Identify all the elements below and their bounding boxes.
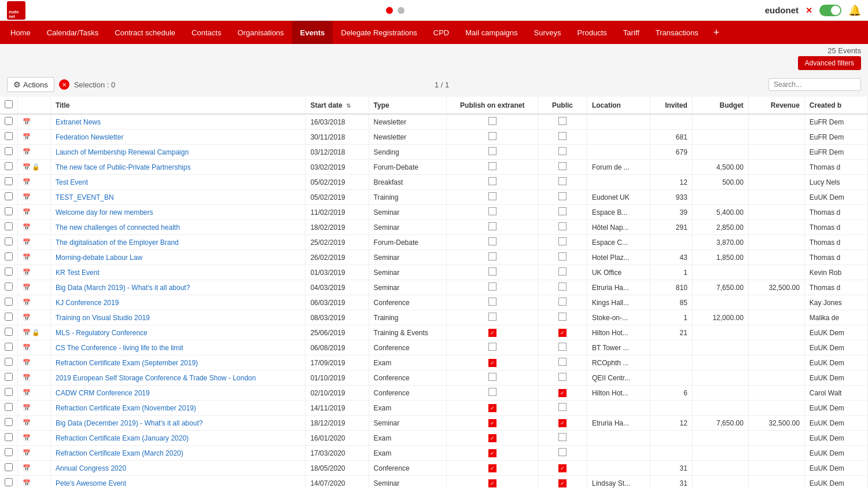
row-checkbox[interactable] — [5, 418, 13, 426]
nav-contacts[interactable]: Contacts — [183, 21, 229, 44]
nav-plus[interactable]: + — [707, 27, 727, 39]
row-checkbox-cell[interactable] — [0, 310, 18, 325]
nav-products[interactable]: Products — [569, 21, 615, 44]
event-title-link[interactable]: Refraction Certificate Exam (January 202… — [56, 434, 189, 442]
nav-events[interactable]: Events — [292, 21, 333, 44]
row-checkbox[interactable] — [5, 162, 13, 170]
calendar-icon[interactable]: 📅 — [23, 374, 31, 381]
row-checkbox-cell[interactable] — [0, 401, 18, 416]
lock-icon[interactable]: 🔒 — [32, 163, 40, 171]
col-public-header[interactable]: Public — [538, 97, 587, 114]
row-checkbox-cell[interactable] — [0, 130, 18, 145]
row-checkbox-cell[interactable] — [0, 250, 18, 265]
row-checkbox[interactable] — [5, 358, 13, 366]
row-checkbox-cell[interactable] — [0, 476, 18, 489]
calendar-icon[interactable]: 📅 — [23, 479, 31, 487]
event-title-link[interactable]: Refraction Certificate Exam (March 2020) — [56, 449, 183, 457]
row-checkbox[interactable] — [5, 403, 13, 411]
nav-transactions[interactable]: Transactions — [648, 21, 707, 44]
col-date-header[interactable]: Start date ⇅ — [306, 97, 369, 114]
nav-delegate[interactable]: Delegate Registrations — [333, 21, 425, 44]
nav-contract[interactable]: Contract schedule — [106, 21, 183, 44]
row-checkbox[interactable] — [5, 448, 13, 456]
row-checkbox-cell[interactable] — [0, 145, 18, 160]
row-checkbox-cell[interactable] — [0, 114, 18, 130]
row-checkbox[interactable] — [5, 177, 13, 185]
row-checkbox[interactable] — [5, 478, 13, 486]
row-checkbox[interactable] — [5, 463, 13, 471]
calendar-icon[interactable]: 📅 — [23, 239, 31, 246]
actions-button[interactable]: ⚙ Actions — [7, 77, 54, 92]
calendar-icon[interactable]: 📅 — [23, 404, 31, 412]
calendar-icon[interactable]: 📅 — [23, 434, 31, 442]
search-input[interactable] — [768, 78, 861, 91]
nav-organisations[interactable]: Organisations — [229, 21, 292, 44]
event-title-link[interactable]: KJ Conference 2019 — [56, 299, 119, 307]
event-title-link[interactable]: Big Data (March 2019) - What's it all ab… — [56, 284, 190, 292]
col-checkbox[interactable] — [0, 97, 18, 114]
col-revenue-header[interactable]: Revenue — [748, 97, 804, 114]
close-button[interactable]: ✕ — [806, 6, 812, 15]
row-checkbox-cell[interactable] — [0, 325, 18, 340]
event-title-link[interactable]: Pete's Awesome Event — [56, 479, 126, 487]
event-title-link[interactable]: 2019 European Self Storage Conference & … — [56, 374, 256, 382]
calendar-icon[interactable]: 📅 — [23, 389, 31, 397]
col-created-header[interactable]: Created b — [804, 97, 867, 114]
row-checkbox-cell[interactable] — [0, 431, 18, 446]
col-invited-header[interactable]: Invited — [650, 97, 693, 114]
calendar-icon[interactable]: 📅 — [23, 464, 31, 472]
calendar-icon[interactable]: 📅 — [23, 148, 31, 156]
row-checkbox[interactable] — [5, 192, 13, 200]
col-budget-header[interactable]: Budget — [692, 97, 748, 114]
row-checkbox[interactable] — [5, 313, 13, 321]
event-title-link[interactable]: Welcome day for new members — [56, 208, 153, 217]
calendar-icon[interactable]: 📅 — [23, 133, 31, 141]
row-checkbox[interactable] — [5, 147, 13, 155]
calendar-icon[interactable]: 📅 — [23, 223, 31, 231]
calendar-icon[interactable]: 📅 — [23, 118, 31, 126]
col-title-header[interactable]: Title — [50, 97, 305, 114]
row-checkbox[interactable] — [5, 373, 13, 381]
row-checkbox[interactable] — [5, 343, 13, 351]
event-title-link[interactable]: Test Event — [56, 178, 88, 186]
row-checkbox[interactable] — [5, 132, 13, 140]
event-title-link[interactable]: MLS - Regulatory Conference — [56, 329, 148, 337]
event-title-link[interactable]: CS The Conference - living life to the l… — [56, 344, 183, 352]
event-title-link[interactable]: Refraction Certificate Exam (September 2… — [56, 359, 198, 367]
lock-icon[interactable]: 🔒 — [32, 329, 40, 336]
row-checkbox-cell[interactable] — [0, 386, 18, 401]
nav-home[interactable]: Home — [2, 21, 39, 44]
row-checkbox[interactable] — [5, 282, 13, 291]
row-checkbox-cell[interactable] — [0, 416, 18, 431]
row-checkbox-cell[interactable] — [0, 446, 18, 461]
event-title-link[interactable]: Federation Newsletter — [56, 133, 123, 141]
row-checkbox[interactable] — [5, 252, 13, 260]
bell-icon[interactable]: 🔔 — [848, 4, 861, 17]
row-checkbox[interactable] — [5, 433, 13, 441]
row-checkbox-cell[interactable] — [0, 295, 18, 310]
row-checkbox-cell[interactable] — [0, 205, 18, 220]
row-checkbox[interactable] — [5, 117, 13, 125]
event-title-link[interactable]: TEST_EVENT_BN — [56, 193, 114, 201]
col-type-header[interactable]: Type — [369, 97, 447, 114]
event-title-link[interactable]: KR Test Event — [56, 269, 100, 277]
row-checkbox[interactable] — [5, 222, 13, 230]
event-title-link[interactable]: Extranet News — [56, 118, 101, 126]
calendar-icon[interactable]: 📅 — [23, 208, 31, 216]
calendar-icon[interactable]: 📅 — [23, 419, 31, 427]
row-checkbox[interactable] — [5, 207, 13, 215]
calendar-icon[interactable]: 📅 — [23, 314, 31, 321]
row-checkbox[interactable] — [5, 237, 13, 245]
event-title-link[interactable]: The new challenges of connected health — [56, 223, 180, 232]
event-title-link[interactable]: Launch of Membership Renewal Campaign — [56, 148, 189, 156]
row-checkbox-cell[interactable] — [0, 340, 18, 355]
row-checkbox-cell[interactable] — [0, 190, 18, 205]
row-checkbox[interactable] — [5, 388, 13, 396]
calendar-icon[interactable]: 📅 — [23, 269, 31, 276]
row-checkbox[interactable] — [5, 267, 13, 276]
event-title-link[interactable]: Annual Congress 2020 — [56, 464, 126, 472]
calendar-icon[interactable]: 📅 — [23, 193, 31, 201]
nav-surveys[interactable]: Surveys — [526, 21, 569, 44]
event-title-link[interactable]: The digitalisation of the Employer Brand — [56, 239, 179, 247]
calendar-icon[interactable]: 📅 — [23, 344, 31, 351]
